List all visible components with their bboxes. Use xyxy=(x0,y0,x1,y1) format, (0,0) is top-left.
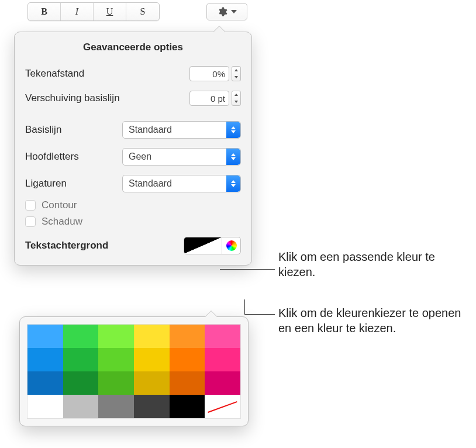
chevron-down-icon xyxy=(231,10,237,13)
color-swatch[interactable] xyxy=(134,395,170,418)
character-spacing-stepper[interactable] xyxy=(232,66,241,81)
character-spacing-input[interactable] xyxy=(189,66,229,81)
color-swatch[interactable] xyxy=(63,395,99,418)
color-swatch[interactable] xyxy=(170,395,205,418)
color-swatch[interactable] xyxy=(134,348,170,371)
text-background-colorwell xyxy=(184,237,241,254)
advanced-options-popover: Geavanceerde opties Tekenafstand Verschu… xyxy=(14,32,252,266)
capitalization-row: Hoofdletters Geen xyxy=(15,143,251,170)
text-background-swatch-button[interactable] xyxy=(184,237,222,254)
popover-arrow xyxy=(213,26,226,33)
baseline-shift-input[interactable] xyxy=(189,91,229,106)
baseline-select-value: Standaard xyxy=(129,125,172,135)
ligatures-row: Ligaturen Standaard xyxy=(15,170,251,197)
bold-button[interactable]: B xyxy=(28,3,61,20)
capitalization-select-value: Geen xyxy=(129,151,151,162)
capitalization-label: Hoofdletters xyxy=(25,151,122,163)
text-background-label: Tekstachtergrond xyxy=(25,240,184,251)
ligatures-label: Ligaturen xyxy=(25,178,122,189)
capitalization-select[interactable]: Geen xyxy=(122,148,241,166)
color-swatch[interactable] xyxy=(27,325,63,348)
text-background-row: Tekstachtergrond xyxy=(15,230,251,257)
color-swatch[interactable] xyxy=(205,325,240,348)
ligatures-select[interactable]: Standaard xyxy=(122,175,241,192)
outline-checkbox[interactable] xyxy=(25,200,36,211)
outline-label: Contour xyxy=(42,199,77,211)
callout-line xyxy=(244,299,245,314)
strikethrough-button[interactable]: S xyxy=(126,3,159,20)
callout-line xyxy=(220,269,275,270)
shadow-label: Schaduw xyxy=(42,216,82,228)
format-toolbar: B I U S xyxy=(27,2,247,21)
baseline-shift-row: Verschuiving basislijn xyxy=(15,86,251,111)
color-swatch[interactable] xyxy=(170,325,205,348)
color-swatch[interactable] xyxy=(27,348,63,371)
character-spacing-row: Tekenafstand xyxy=(15,61,251,86)
color-swatch[interactable] xyxy=(98,371,134,395)
select-knob-icon xyxy=(226,122,240,138)
callout-line xyxy=(244,314,275,315)
text-style-group: B I U S xyxy=(27,2,160,21)
colorwheel-icon xyxy=(226,240,237,251)
color-palette-grid xyxy=(27,324,241,419)
color-palette-popover xyxy=(19,316,249,426)
callout-swatch: Klik om een passende kleur te kiezen. xyxy=(278,249,471,280)
ligatures-select-value: Standaard xyxy=(129,178,172,189)
baseline-shift-label: Verschuiving basislijn xyxy=(25,92,189,104)
color-swatch[interactable] xyxy=(205,371,240,395)
color-swatch[interactable] xyxy=(170,348,205,371)
color-swatch[interactable] xyxy=(63,325,99,348)
character-spacing-label: Tekenafstand xyxy=(25,68,189,80)
underline-button[interactable]: U xyxy=(94,3,126,20)
text-background-colorpicker-button[interactable] xyxy=(222,237,240,254)
advanced-options-button[interactable] xyxy=(206,3,247,20)
popover-arrow xyxy=(205,311,218,318)
color-swatch[interactable] xyxy=(98,395,134,418)
italic-button[interactable]: I xyxy=(61,3,94,20)
color-swatch[interactable] xyxy=(170,371,205,395)
color-swatch[interactable] xyxy=(134,325,170,348)
baseline-shift-stepper[interactable] xyxy=(232,91,241,106)
gear-icon xyxy=(217,6,227,17)
color-swatch[interactable] xyxy=(98,325,134,348)
baseline-label: Basislijn xyxy=(25,124,122,136)
popover-title: Geavanceerde opties xyxy=(15,32,251,61)
shadow-row: Schaduw xyxy=(15,213,251,230)
color-swatch[interactable] xyxy=(98,348,134,371)
shadow-checkbox[interactable] xyxy=(25,216,36,227)
color-swatch[interactable] xyxy=(205,348,240,371)
color-swatch[interactable] xyxy=(63,371,99,395)
select-knob-icon xyxy=(226,175,240,192)
baseline-row: Basislijn Standaard xyxy=(15,116,251,143)
outline-row: Contour xyxy=(15,197,251,213)
color-swatch[interactable] xyxy=(63,348,99,371)
color-swatch[interactable] xyxy=(27,371,63,395)
color-swatch-none[interactable] xyxy=(205,395,240,418)
color-swatch[interactable] xyxy=(27,395,63,418)
baseline-select[interactable]: Standaard xyxy=(122,121,241,139)
callout-wheel: Klik om de kleurenkiezer te openen en ee… xyxy=(278,305,471,336)
select-knob-icon xyxy=(226,149,240,165)
color-swatch[interactable] xyxy=(134,371,170,395)
